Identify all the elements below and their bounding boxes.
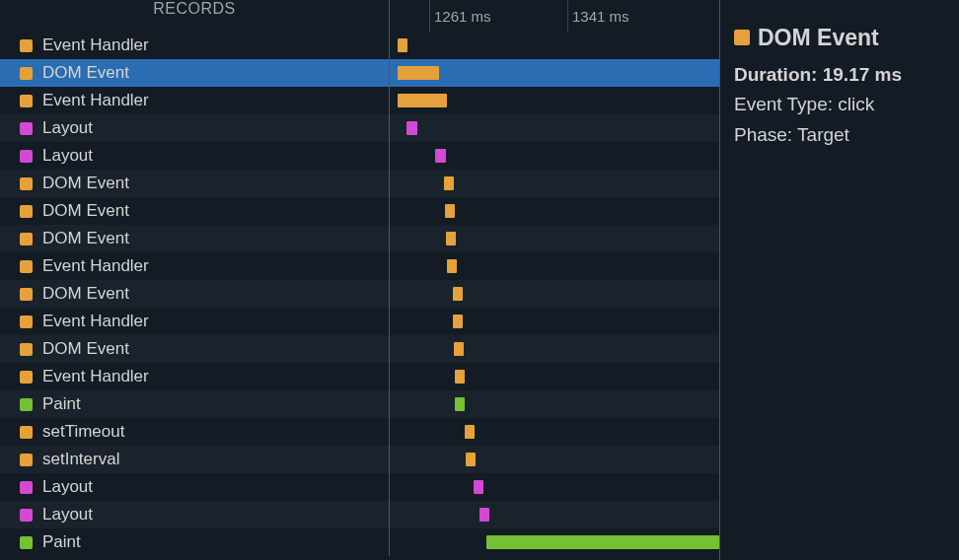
record-row[interactable]: DOM Event	[0, 170, 719, 197]
record-label-cell[interactable]: Event Handler	[0, 308, 390, 335]
record-row[interactable]: Paint	[0, 528, 719, 556]
timeline-bar[interactable]	[446, 232, 456, 245]
detail-line-value: click	[833, 94, 874, 114]
detail-line-label: Event Type:	[734, 94, 833, 114]
timeline-bar[interactable]	[466, 453, 476, 466]
record-row[interactable]: DOM Event	[0, 225, 719, 252]
record-bar-cell[interactable]	[390, 335, 719, 363]
record-color-swatch	[20, 233, 33, 245]
record-bar-cell[interactable]	[390, 363, 719, 390]
timeline-bar[interactable]	[398, 94, 447, 107]
timeline-bar[interactable]	[455, 397, 465, 411]
record-row[interactable]: DOM Event	[0, 335, 719, 363]
record-color-swatch	[20, 454, 33, 466]
record-name: DOM Event	[42, 284, 129, 304]
record-bar-cell[interactable]	[390, 390, 719, 418]
record-row[interactable]: DOM Event	[0, 280, 719, 308]
record-row[interactable]: DOM Event	[0, 197, 719, 225]
record-label-cell[interactable]: DOM Event	[0, 197, 390, 225]
record-label-cell[interactable]: Paint	[0, 528, 390, 556]
detail-lines: Duration: 19.17 msEvent Type: clickPhase…	[734, 60, 945, 150]
record-label-cell[interactable]: Layout	[0, 114, 390, 142]
record-label-cell[interactable]: setTimeout	[0, 418, 390, 446]
records-rows: Event HandlerDOM EventEvent HandlerLayou…	[0, 32, 719, 556]
record-bar-cell[interactable]	[390, 308, 719, 335]
record-row[interactable]: Event Handler	[0, 363, 719, 390]
record-bar-cell[interactable]	[390, 501, 719, 528]
timeline-bar[interactable]	[486, 535, 719, 549]
record-bar-cell[interactable]	[390, 446, 719, 473]
detail-line: Phase: Target	[734, 120, 945, 150]
record-label-cell[interactable]: Paint	[0, 390, 390, 418]
record-label-cell[interactable]: DOM Event	[0, 170, 390, 197]
record-bar-cell[interactable]	[390, 225, 719, 252]
timeline-bar[interactable]	[406, 121, 417, 135]
record-label-cell[interactable]: Event Handler	[0, 87, 390, 114]
record-bar-cell[interactable]	[390, 528, 719, 556]
record-row[interactable]: Event Handler	[0, 32, 719, 59]
record-name: Event Handler	[42, 35, 149, 55]
timeline-bar[interactable]	[465, 425, 475, 439]
record-name: Paint	[42, 394, 81, 414]
record-row[interactable]: Layout	[0, 473, 719, 501]
timeline-bar[interactable]	[455, 370, 465, 384]
record-bar-cell[interactable]	[390, 280, 719, 308]
record-row[interactable]: Layout	[0, 501, 719, 528]
record-name: Paint	[42, 532, 81, 552]
record-row[interactable]: DOM Event	[0, 59, 719, 87]
record-row[interactable]: Layout	[0, 142, 719, 170]
record-label-cell[interactable]: DOM Event	[0, 335, 390, 363]
ruler-tick: 1261 ms	[429, 0, 491, 32]
record-row[interactable]: setTimeout	[0, 418, 719, 446]
record-bar-cell[interactable]	[390, 473, 719, 501]
record-label-cell[interactable]: setInterval	[0, 446, 390, 473]
record-label-cell[interactable]: DOM Event	[0, 59, 390, 87]
record-bar-cell[interactable]	[390, 87, 719, 114]
record-label-cell[interactable]: Event Handler	[0, 363, 390, 390]
timeline-bar[interactable]	[480, 508, 489, 522]
timeline-bar[interactable]	[474, 480, 483, 494]
record-color-swatch	[20, 67, 33, 80]
timeline-ruler[interactable]: 1261 ms 1341 ms	[390, 0, 719, 32]
timeline-bar[interactable]	[454, 342, 464, 356]
detail-line: Event Type: click	[734, 90, 945, 119]
record-bar-cell[interactable]	[390, 418, 719, 446]
record-color-swatch	[20, 398, 33, 411]
record-name: Layout	[42, 477, 93, 497]
timeline-bar[interactable]	[447, 259, 457, 273]
detail-line-value: 19.17 ms	[817, 64, 902, 85]
record-row[interactable]: Event Handler	[0, 252, 719, 280]
timeline-bar[interactable]	[453, 287, 463, 301]
record-bar-cell[interactable]	[390, 252, 719, 280]
timeline-bar[interactable]	[453, 315, 463, 328]
record-color-swatch	[20, 177, 33, 190]
record-name: DOM Event	[42, 174, 129, 193]
record-bar-cell[interactable]	[390, 170, 719, 197]
timeline-bar[interactable]	[398, 38, 407, 52]
record-label-cell[interactable]: Layout	[0, 142, 390, 170]
record-bar-cell[interactable]	[390, 142, 719, 170]
record-row[interactable]: Paint	[0, 390, 719, 418]
record-label-cell[interactable]: DOM Event	[0, 280, 390, 308]
record-label-cell[interactable]: Layout	[0, 473, 390, 501]
record-label-cell[interactable]: DOM Event	[0, 225, 390, 252]
detail-line: Duration: 19.17 ms	[734, 60, 945, 90]
record-label-cell[interactable]: Layout	[0, 501, 390, 528]
ruler-tick-label: 1261 ms	[434, 8, 491, 25]
record-row[interactable]: setInterval	[0, 446, 719, 473]
timeline-bar[interactable]	[445, 204, 455, 218]
record-bar-cell[interactable]	[390, 59, 719, 87]
record-label-cell[interactable]: Event Handler	[0, 252, 390, 280]
timeline-bar[interactable]	[444, 176, 454, 190]
record-row[interactable]: Event Handler	[0, 87, 719, 114]
record-label-cell[interactable]: Event Handler	[0, 32, 390, 59]
record-row[interactable]: Layout	[0, 114, 719, 142]
timeline-bar[interactable]	[435, 149, 446, 163]
record-name: DOM Event	[42, 63, 129, 83]
record-color-swatch	[20, 343, 33, 356]
record-bar-cell[interactable]	[390, 197, 719, 225]
timeline-bar[interactable]	[398, 66, 439, 80]
record-bar-cell[interactable]	[390, 32, 719, 59]
record-row[interactable]: Event Handler	[0, 308, 719, 335]
record-bar-cell[interactable]	[390, 114, 719, 142]
